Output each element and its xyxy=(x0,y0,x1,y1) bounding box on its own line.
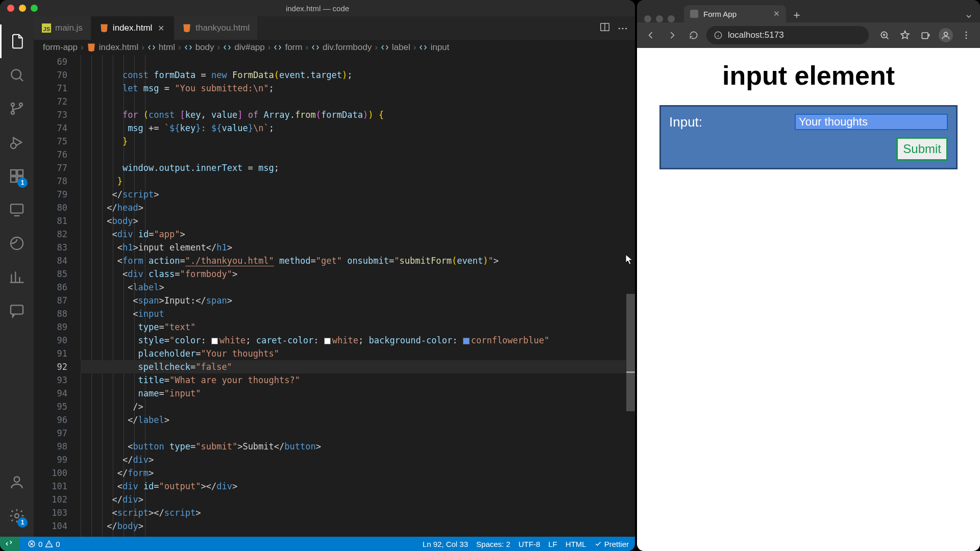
tag-icon xyxy=(419,43,427,52)
traffic-light-minimize[interactable] xyxy=(656,15,663,22)
zoom-button[interactable] xyxy=(876,27,893,44)
favicon-icon xyxy=(690,10,698,18)
crumb-formbody: div.formbody xyxy=(311,42,372,53)
kebab-icon xyxy=(961,30,971,40)
split-icon xyxy=(599,21,610,33)
js-file-icon: JS xyxy=(42,23,51,33)
status-eol[interactable]: LF xyxy=(548,540,557,548)
svg-rect-8 xyxy=(11,177,16,182)
traffic-light-maximize[interactable] xyxy=(31,5,38,12)
tag-icon xyxy=(274,43,282,52)
arrow-right-icon xyxy=(667,30,677,40)
more-actions-button[interactable]: ⋯ xyxy=(618,22,628,34)
traffic-light-close[interactable] xyxy=(7,5,14,12)
reload-icon xyxy=(689,30,699,40)
nav-back-button[interactable] xyxy=(642,27,659,44)
activity-search[interactable] xyxy=(0,58,34,92)
activity-remote-explorer[interactable] xyxy=(0,193,34,227)
vscode-titlebar: index.html — code xyxy=(0,0,635,16)
new-tab-button[interactable]: ＋ xyxy=(791,7,802,22)
svg-point-15 xyxy=(15,514,19,518)
activity-bar: 1 1 xyxy=(0,16,34,537)
browser-toolbar: localhost:5173 xyxy=(637,22,980,48)
nav-forward-button[interactable] xyxy=(664,27,681,44)
svg-point-6 xyxy=(11,143,16,148)
status-problems[interactable]: 0 0 xyxy=(28,540,60,548)
chevron-right-icon: › xyxy=(178,42,181,53)
tab-thankyou-html[interactable]: thankyou.html xyxy=(174,16,258,40)
status-formatter[interactable]: Prettier xyxy=(595,540,629,548)
activity-extensions[interactable]: 1 xyxy=(0,159,34,193)
avatar-icon xyxy=(939,28,953,42)
split-editor-button[interactable] xyxy=(599,21,610,35)
remote-indicator[interactable] xyxy=(0,537,19,551)
traffic-light-maximize[interactable] xyxy=(668,15,675,22)
browser-tab-strip: Form App ✕ ＋ xyxy=(637,0,980,22)
profile-button[interactable] xyxy=(937,27,954,44)
settings-badge: 1 xyxy=(17,517,28,528)
input-label-row[interactable]: Input: xyxy=(669,114,948,130)
activity-source-control[interactable] xyxy=(0,92,34,126)
svg-line-26 xyxy=(886,37,888,39)
crumb-folder: form-app xyxy=(43,42,78,53)
chevron-right-icon: › xyxy=(141,42,144,53)
breadcrumb[interactable]: form-app › index.html › html › body › di… xyxy=(34,40,635,55)
branch-icon xyxy=(9,101,25,117)
tab-title: Form App xyxy=(703,10,737,18)
bookmark-button[interactable] xyxy=(896,27,914,44)
svg-rect-29 xyxy=(922,33,928,39)
activity-chart[interactable] xyxy=(0,260,34,294)
svg-rect-10 xyxy=(17,170,23,176)
tag-icon xyxy=(311,43,320,52)
edge-icon xyxy=(9,235,25,252)
svg-point-4 xyxy=(19,103,22,106)
html-file-icon xyxy=(182,23,191,33)
crumb-body: body xyxy=(184,42,214,53)
nav-reload-button[interactable] xyxy=(685,27,702,44)
tab-close-button[interactable]: ✕ xyxy=(156,23,165,33)
tag-icon xyxy=(381,43,389,52)
crumb-file: index.html xyxy=(87,42,138,53)
traffic-light-minimize[interactable] xyxy=(19,5,26,12)
browser-tab[interactable]: Form App ✕ xyxy=(684,5,786,22)
browser-window: Form App ✕ ＋ localhost:5173 input elemen… xyxy=(637,0,980,551)
form-card: Input: Submit xyxy=(659,105,958,169)
address-bar[interactable]: localhost:5173 xyxy=(706,26,869,44)
activity-edge[interactable] xyxy=(0,227,34,260)
status-encoding[interactable]: UTF-8 xyxy=(519,540,541,548)
status-spaces[interactable]: Spaces: 2 xyxy=(476,540,510,548)
extensions-button[interactable] xyxy=(917,27,934,44)
tag-icon xyxy=(223,43,231,52)
files-icon xyxy=(9,33,25,49)
editor-area: JS main.js index.html ✕ thankyou.html ⋯ … xyxy=(34,16,635,537)
editor-scrollbar[interactable] xyxy=(626,55,635,537)
crumb-label: label xyxy=(381,42,410,53)
thoughts-input[interactable] xyxy=(795,114,948,130)
activity-account[interactable] xyxy=(0,465,34,499)
activity-explorer[interactable] xyxy=(0,24,34,58)
status-language[interactable]: HTML xyxy=(566,540,586,548)
submit-button[interactable]: Submit xyxy=(896,137,948,161)
arrow-left-icon xyxy=(646,30,656,40)
tab-label: index.html xyxy=(113,23,152,33)
activity-debug[interactable] xyxy=(0,126,34,159)
debug-icon xyxy=(9,134,25,151)
code-content[interactable]: const formData = new FormData(event.targ… xyxy=(81,55,626,537)
scroll-thumb[interactable] xyxy=(626,294,635,411)
svg-point-0 xyxy=(11,69,21,79)
zoom-icon xyxy=(879,30,890,40)
activity-settings[interactable]: 1 xyxy=(0,499,34,533)
menu-button[interactable] xyxy=(958,27,975,44)
activity-comments[interactable] xyxy=(0,294,34,328)
chevron-right-icon: › xyxy=(375,42,378,53)
tab-close-button[interactable]: ✕ xyxy=(773,9,780,18)
editor-body[interactable]: 6970717273747576777879808182838485868788… xyxy=(34,55,635,537)
chevron-right-icon: › xyxy=(413,42,416,53)
tab-main-js[interactable]: JS main.js xyxy=(34,16,91,40)
status-linecol[interactable]: Ln 92, Col 33 xyxy=(423,540,468,548)
crumb-input: input xyxy=(419,42,449,53)
tabs-dropdown-button[interactable] xyxy=(965,12,973,22)
traffic-light-close[interactable] xyxy=(644,15,651,22)
tab-index-html[interactable]: index.html ✕ xyxy=(91,16,174,40)
svg-rect-11 xyxy=(11,204,23,213)
